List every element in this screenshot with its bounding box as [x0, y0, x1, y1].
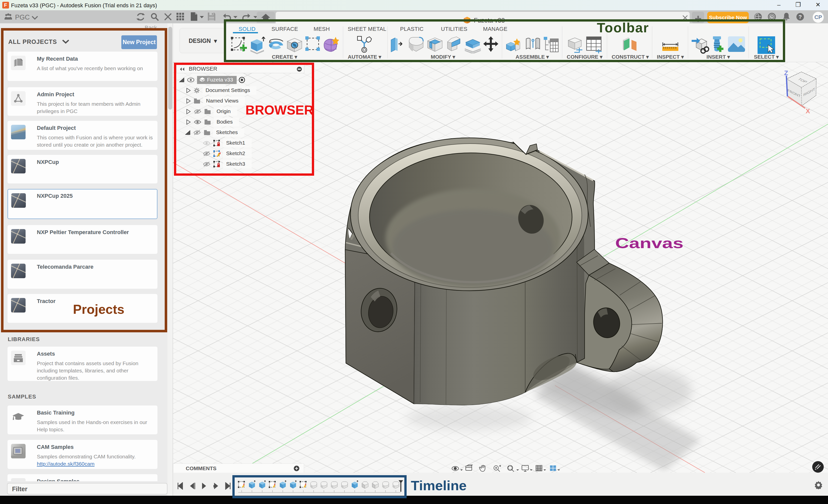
svg-text:?: ? — [798, 14, 802, 20]
svg-text:X: X — [806, 107, 810, 115]
svg-text:Z: Z — [784, 69, 788, 77]
